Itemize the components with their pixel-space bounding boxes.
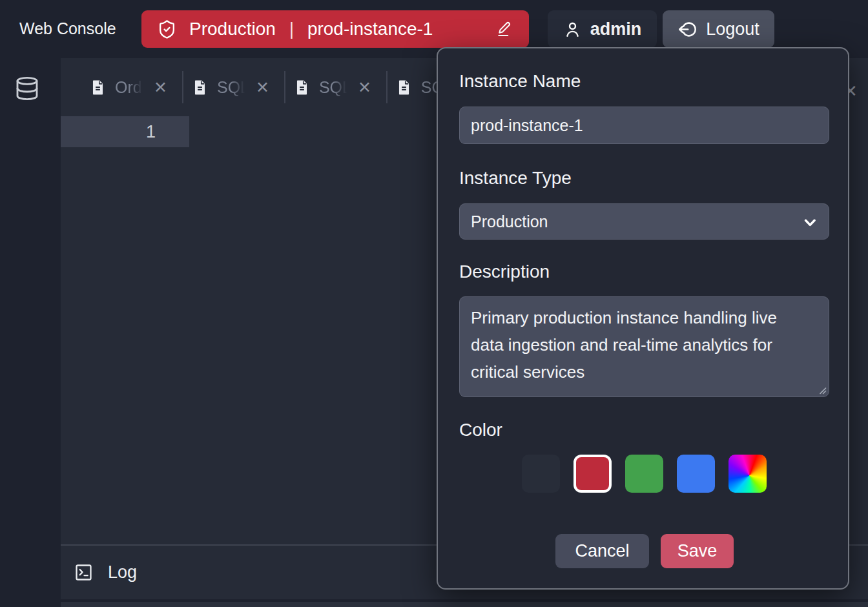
badge-separator: | bbox=[289, 19, 294, 39]
instance-type-value: Production bbox=[471, 212, 548, 231]
instance-settings-dialog: Instance Name Instance Type Production D… bbox=[437, 47, 849, 590]
tab-divider bbox=[182, 71, 183, 103]
resize-handle-icon[interactable] bbox=[818, 386, 827, 395]
status-strip bbox=[61, 602, 868, 607]
edit-pencil-icon[interactable] bbox=[495, 20, 513, 38]
color-label: Color bbox=[459, 419, 502, 441]
instance-name-label: Instance Name bbox=[459, 70, 581, 92]
color-swatch-default[interactable] bbox=[522, 455, 560, 493]
tab-divider bbox=[284, 71, 285, 103]
logout-label: Logout bbox=[706, 19, 760, 39]
color-swatch-green[interactable] bbox=[625, 455, 663, 493]
tab-close-icon[interactable]: ✕ bbox=[256, 79, 269, 96]
color-swatch-blue[interactable] bbox=[677, 455, 715, 493]
description-textarea[interactable]: Primary production instance handling liv… bbox=[459, 296, 829, 397]
log-label: Log bbox=[108, 562, 137, 582]
tab-orders[interactable]: Orders ✕ bbox=[89, 78, 167, 97]
active-line-gutter[interactable]: 1 bbox=[61, 116, 189, 147]
user-name: admin bbox=[590, 19, 642, 39]
file-icon bbox=[89, 79, 107, 96]
description-field-wrap: Primary production instance handling liv… bbox=[459, 296, 829, 397]
description-label: Description bbox=[459, 261, 550, 283]
line-number: 1 bbox=[61, 116, 189, 147]
color-swatch-row bbox=[522, 455, 767, 493]
tab-label: Orders bbox=[115, 78, 145, 97]
instance-type-label: Instance Type bbox=[459, 167, 572, 189]
file-icon bbox=[395, 79, 413, 96]
instance-type-select[interactable]: Production bbox=[459, 203, 829, 240]
shield-check-icon bbox=[157, 19, 177, 39]
tab-close-icon[interactable]: ✕ bbox=[154, 79, 167, 96]
instance-name-label: prod-instance-1 bbox=[307, 19, 433, 39]
app-title: Web Console bbox=[19, 19, 116, 38]
database-icon[interactable] bbox=[14, 73, 40, 104]
tab-label: SQL bbox=[319, 78, 349, 97]
logout-icon bbox=[677, 19, 698, 39]
terminal-icon bbox=[74, 562, 94, 582]
tab-sql-2[interactable]: SQL ✕ bbox=[293, 78, 371, 97]
file-icon bbox=[293, 79, 311, 96]
save-button[interactable]: Save bbox=[661, 534, 734, 568]
environment-label: Production bbox=[189, 19, 276, 39]
chevron-down-icon bbox=[801, 214, 818, 231]
logout-button[interactable]: Logout bbox=[663, 10, 774, 48]
tab-close-icon[interactable]: ✕ bbox=[358, 79, 371, 96]
user-icon bbox=[563, 20, 582, 39]
color-swatch-rainbow[interactable] bbox=[728, 455, 767, 493]
file-icon bbox=[191, 79, 209, 96]
instance-badge[interactable]: Production | prod-instance-1 bbox=[141, 10, 529, 48]
tab-label: SQL bbox=[217, 78, 247, 97]
instance-name-input[interactable] bbox=[459, 107, 829, 144]
cancel-button[interactable]: Cancel bbox=[555, 534, 649, 568]
tab-divider bbox=[386, 71, 388, 103]
tab-sql-1[interactable]: SQL ✕ bbox=[191, 78, 269, 97]
color-swatch-red[interactable] bbox=[574, 455, 612, 493]
user-chip: admin bbox=[548, 10, 657, 48]
